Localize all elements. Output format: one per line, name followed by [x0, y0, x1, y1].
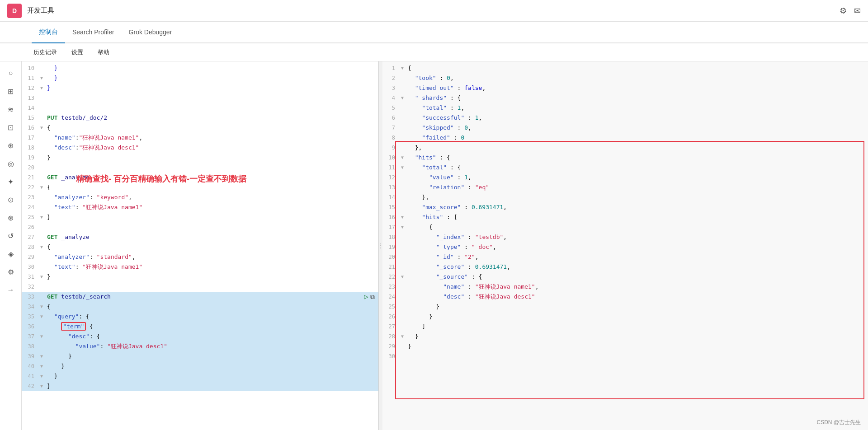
result-line-26: 26 } — [382, 312, 868, 322]
sidebar-icon-home[interactable]: ○ — [3, 65, 19, 81]
top-header: D 开发工具 ⚙ ✉ — [0, 0, 868, 22]
settings-icon[interactable]: ⚙ — [840, 6, 847, 16]
code-line-15: 15 PUT testdb/_doc/2 — [22, 113, 378, 123]
result-line-17: 17 ▼ { — [382, 222, 868, 232]
sidebar-icon-dashboard[interactable]: ⊞ — [3, 83, 19, 99]
app-title: 开发工具 — [27, 6, 54, 15]
run-icon[interactable]: ▷ — [364, 292, 368, 302]
result-line-19: 19 "_type" : "_doc", — [382, 242, 868, 252]
code-line-32: 32 — [22, 282, 378, 292]
code-line-20: 20 — [22, 163, 378, 173]
result-line-27: 27 ] — [382, 322, 868, 332]
sidebar-icon-location[interactable]: ◎ — [3, 155, 19, 172]
result-line-20: 20 "_id" : "2", — [382, 252, 868, 262]
code-line-17: 17 "name":"狂神说Java name1", — [22, 133, 378, 143]
code-line-29: 29 "analyzer": "standard", — [22, 252, 378, 262]
header-icons: ⚙ ✉ — [840, 6, 861, 16]
history-item[interactable]: 历史记录 — [32, 48, 59, 56]
result-line-14: 14 }, — [382, 192, 868, 202]
code-line-38: 38 "value": "狂神说Java desc1" — [22, 341, 378, 351]
code-line-33: 33 GET testdb/_search ▷ ⧉ — [22, 292, 378, 302]
code-line-31: 31 ▼ } — [22, 272, 378, 282]
code-line-28: 28 ▼ { — [22, 242, 378, 252]
code-line-35: 35 ▼ "query": { — [22, 312, 378, 322]
help-item[interactable]: 帮助 — [96, 48, 111, 56]
code-line-14: 14 — [22, 103, 378, 113]
sidebar-icon-arrow[interactable]: → — [3, 282, 19, 298]
result-line-10: 10 ▼ "hits" : { — [382, 153, 868, 163]
code-line-12: 12 ▼ } — [22, 83, 378, 93]
sidebar-icon-settings2[interactable]: ✦ — [3, 173, 19, 190]
nav-tabs: 控制台 Search Profiler Grok Debugger — [0, 22, 868, 43]
result-line-3: 3 "timed_out" : false, — [382, 83, 868, 93]
result-line-5: 5 "total" : 1, — [382, 103, 868, 113]
tab-grok-debugger[interactable]: Grok Debugger — [122, 22, 179, 43]
code-line-24: 24 "text": "狂神说Java name1" — [22, 202, 378, 212]
code-line-19: 19 } — [22, 153, 378, 163]
app-logo: D — [7, 4, 22, 18]
result-line-24: 24 "desc" : "狂神说Java desc1" — [382, 292, 868, 302]
sidebar-icon-config[interactable]: ⚙ — [3, 264, 19, 280]
result-line-12: 12 "value" : 1, — [382, 173, 868, 182]
code-line-27: 27 GET _analyze — [22, 232, 378, 242]
sidebar-icon-link[interactable]: ⊛ — [3, 210, 19, 226]
attribution-text: CSDN @吉士先生 — [816, 419, 861, 426]
result-line-15: 15 "max_score" : 0.6931471, — [382, 202, 868, 212]
code-line-25: 25 ▼ } — [22, 212, 378, 222]
sidebar-icon-analytics[interactable]: ≋ — [3, 101, 19, 117]
code-line-30: 30 "text": "狂神说Java name1" — [22, 262, 378, 272]
result-line-25: 25 } — [382, 302, 868, 312]
result-line-23: 23 "name" : "狂神说Java name1", — [382, 282, 868, 292]
code-line-10: 10 } — [22, 63, 378, 73]
editor-panel: 10 } 11 ▼ } 12 ▼ } 13 — [22, 61, 379, 430]
main-layout: ○ ⊞ ≋ ⊡ ⊕ ◎ ✦ ⊙ ⊛ ↺ ◈ ⚙ → 10 } 11 — [0, 61, 868, 430]
result-line-1: 1 ▼ { — [382, 63, 868, 73]
code-line-39: 39 ▼ } — [22, 351, 378, 361]
editor-content[interactable]: 10 } 11 ▼ } 12 ▼ } 13 — [22, 61, 378, 430]
result-line-2: 2 "took" : 0, — [382, 73, 868, 83]
sidebar-icon-refresh[interactable]: ↺ — [3, 228, 19, 244]
code-line-11: 11 ▼ } — [22, 73, 378, 83]
code-line-42: 42 ▼ } — [22, 381, 378, 391]
code-line-41: 41 ▼ } — [22, 371, 378, 381]
result-line-6: 6 "successful" : 1, — [382, 113, 868, 123]
result-line-8: 8 "failed" : 0 — [382, 133, 868, 143]
code-line-16: 16 ▼ { — [22, 123, 378, 133]
code-line-36: 36 "term" { — [22, 322, 378, 332]
result-line-9: 9 }, — [382, 143, 868, 153]
tab-console[interactable]: 控制台 — [32, 22, 65, 43]
result-content[interactable]: 1 ▼ { 2 "took" : 0, 3 "timed_out" : fals… — [382, 61, 868, 430]
sidebar-icon-user[interactable]: ⊙ — [3, 192, 19, 208]
settings-item[interactable]: 设置 — [70, 48, 85, 56]
result-line-30: 30 — [382, 351, 868, 361]
code-line-23: 23 "analyzer": "keyword", — [22, 192, 378, 202]
code-line-18: 18 "desc":"狂神说Java desc1" — [22, 143, 378, 153]
result-panel: 1 ▼ { 2 "took" : 0, 3 "timed_out" : fals… — [382, 61, 868, 430]
code-line-40: 40 ▼ } — [22, 361, 378, 371]
result-line-29: 29 } — [382, 341, 868, 351]
result-line-28: 28 ▼ } — [382, 332, 868, 341]
panel-divider[interactable]: ⋮ — [379, 61, 382, 430]
sub-toolbar: 历史记录 设置 帮助 — [0, 43, 868, 61]
content-area: 10 } 11 ▼ } 12 ▼ } 13 — [22, 61, 868, 430]
overlay-annotation: 精确查找- 百分百精确输入有错-一定查不到数据 — [76, 173, 246, 184]
code-line-37: 37 ▼ "desc": { — [22, 332, 378, 341]
copy-icon[interactable]: ⧉ — [370, 292, 375, 302]
sidebar-icon-money[interactable]: ⊕ — [3, 137, 19, 154]
result-line-4: 4 ▼ "_shards" : { — [382, 93, 868, 103]
result-line-13: 13 "relation" : "eq" — [382, 182, 868, 192]
sidebar-icon-bell[interactable]: ◈ — [3, 246, 19, 262]
result-line-11: 11 ▼ "total" : { — [382, 163, 868, 173]
mail-icon[interactable]: ✉ — [854, 6, 861, 16]
sidebar: ○ ⊞ ≋ ⊡ ⊕ ◎ ✦ ⊙ ⊛ ↺ ◈ ⚙ → — [0, 61, 22, 430]
code-line-13: 13 — [22, 93, 378, 103]
tab-search-profiler[interactable]: Search Profiler — [65, 22, 122, 43]
result-line-22: 22 ▼ "_source" : { — [382, 272, 868, 282]
code-line-34: 34 ▼ { — [22, 302, 378, 312]
sidebar-icon-map[interactable]: ⊡ — [3, 119, 19, 136]
result-line-18: 18 "_index" : "testdb", — [382, 232, 868, 242]
code-line-26: 26 — [22, 222, 378, 232]
result-line-16: 16 ▼ "hits" : [ — [382, 212, 868, 222]
result-line-7: 7 "skipped" : 0, — [382, 123, 868, 133]
result-line-21: 21 "_score" : 0.6931471, — [382, 262, 868, 272]
